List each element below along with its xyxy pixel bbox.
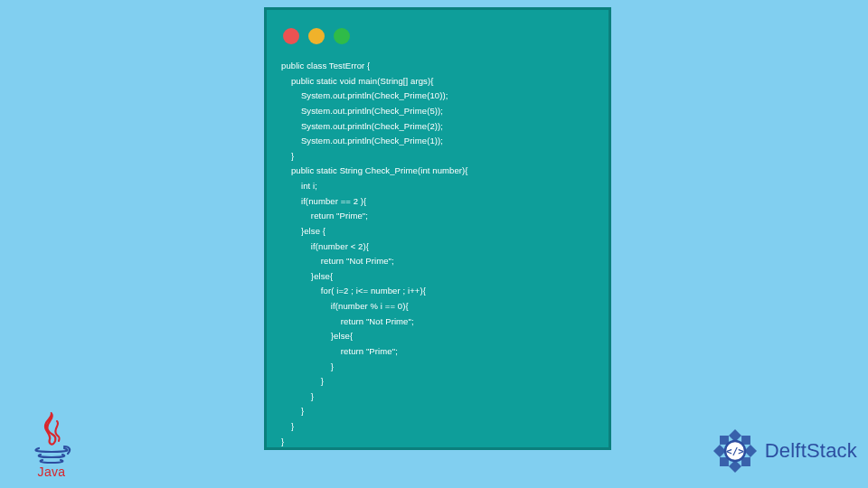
traffic-lights	[283, 28, 594, 44]
delftstack-label: DelftStack	[765, 439, 857, 463]
svg-text:</>: </>	[726, 446, 744, 457]
maximize-icon	[334, 28, 350, 44]
java-icon	[32, 412, 71, 466]
java-logo: Java	[27, 412, 76, 479]
code-block: public class TestError { public static v…	[281, 59, 594, 449]
minimize-icon	[308, 28, 325, 44]
close-icon	[283, 28, 299, 44]
delftstack-logo: </> DelftStack	[711, 427, 857, 475]
delftstack-icon: </>	[711, 427, 760, 475]
java-label: Java	[27, 465, 76, 479]
code-window: public class TestError { public static v…	[264, 7, 611, 450]
